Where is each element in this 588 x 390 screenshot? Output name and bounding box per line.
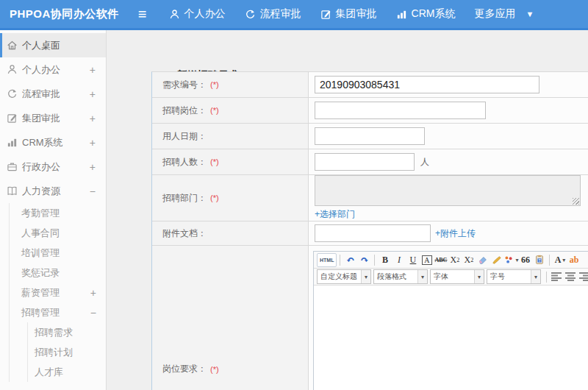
form-row-job-requirements: 岗位要求： (*) HTML ↶ ↷ B I U A [152,246,588,390]
html-source-button[interactable]: HTML [317,253,337,267]
sidebar-item-training-mgmt[interactable]: 培训管理 [10,243,106,263]
align-left-icon[interactable] [550,270,564,284]
attachment-input[interactable] [315,224,431,242]
hire-date-input[interactable] [315,127,425,145]
paragraph-format-select[interactable]: 段落格式 ▾ [373,269,428,284]
nav-more-apps[interactable]: 更多应用 ▼ [474,7,534,21]
sub-item-label: 招聘计划 [35,346,73,359]
field-label: 岗位要求： (*) [152,246,309,390]
hamburger-icon[interactable]: ≡ [138,7,147,21]
font-family-select[interactable]: 字体 ▾ [430,269,484,284]
field-value-cell [309,98,588,123]
sidebar-item-personal-office[interactable]: 个人办公 + [0,57,106,82]
caret-down-icon: ▾ [531,270,540,283]
sidebar-item-personal-desktop[interactable]: 个人桌面 [0,33,106,57]
undo-icon[interactable]: ↶ [343,253,357,267]
headcount-input[interactable] [315,153,415,171]
sub-item-label: 考勤管理 [21,207,60,220]
toolbar-separator [374,255,375,266]
expand-plus-icon[interactable]: + [90,137,96,149]
collapse-minus-icon[interactable]: − [90,307,96,319]
toolbar-separator [549,255,550,266]
app-logo: PHPOA协同办公软件 [10,7,119,21]
caret-down-icon[interactable]: ▼ [526,10,534,18]
sidebar-item-admin-office[interactable]: 行政办公 + [0,155,106,179]
nav-group-approval[interactable]: 集团审批 [320,7,377,21]
custom-heading-select[interactable]: 自定义标题 ▾ [317,269,371,284]
top-nav: 个人办公 流程审批 集团审批 CRM系统 更多应用 ▼ [169,7,534,21]
redo-icon[interactable]: ↷ [357,253,371,267]
position-input[interactable] [315,102,486,119]
sidebar-item-label: 人力资源 [22,185,60,198]
nav-personal-office[interactable]: 个人办公 [169,7,226,21]
sidebar-item-salary-mgmt[interactable]: 薪资管理 + [10,283,106,302]
caret-down-icon: ▾ [562,256,565,263]
edit-square-icon [320,9,331,20]
select-department-link[interactable]: +选择部门 [315,208,355,221]
sidebar-item-attendance-mgmt[interactable]: 考勤管理 [10,203,106,223]
sidebar: 个人桌面 个人办公 + 流程审批 + 集团审批 + CRM系统 + 行政办公 +… [0,30,107,390]
nav-crm-system[interactable]: CRM系统 [396,7,456,21]
italic-button[interactable]: I [392,253,406,267]
bold-button[interactable]: B [378,253,392,267]
collapse-minus-icon[interactable]: − [90,185,96,197]
sidebar-item-recruit-demand[interactable]: 招聘需求 [28,322,106,342]
user-icon [6,64,18,76]
expand-plus-icon[interactable]: + [90,113,96,124]
nav-workflow-approval[interactable]: 流程审批 [245,7,301,21]
font-color-button[interactable]: A▾ [553,253,567,267]
align-center-icon[interactable] [564,270,578,284]
bg-color-button[interactable]: ab [567,253,581,267]
field-label: 附件文档： [152,221,309,245]
sidebar-item-group-approval[interactable]: 集团审批 + [0,106,106,130]
unit-suffix: 人 [420,156,429,169]
label-text: 岗位要求： [162,363,207,375]
sidebar-item-human-resources[interactable]: 人力资源 − [0,179,106,203]
field-label: 招聘部门： (*) [152,175,309,221]
blockquote-button[interactable]: 66 [518,253,532,267]
sup-base: X [451,255,457,266]
paste-table-icon[interactable]: T [532,253,546,267]
align-right-icon[interactable] [578,270,588,284]
palette-icon[interactable]: ▾ [503,253,518,267]
sub-base: X [465,255,471,266]
required-mark: (*) [210,106,219,115]
subscript-button[interactable]: X2 [462,253,476,267]
form-row-department: 招聘部门： (*) +选择部门 [152,175,588,221]
sidebar-item-recruit-mgmt[interactable]: 招聘管理 − [10,302,106,322]
book-icon [6,185,18,197]
eraser-icon[interactable] [476,253,490,267]
select-value: 字体 [431,272,474,282]
label-text: 招聘部门： [162,192,207,205]
demand-number-input[interactable] [315,76,539,93]
strikethrough-button[interactable]: ABC [434,253,448,267]
form-row-headcount: 招聘人数： (*) 人 [152,149,588,175]
label-text: 招聘岗位： [162,104,207,117]
sidebar-item-crm-system[interactable]: CRM系统 + [0,130,106,155]
required-mark: (*) [210,80,219,89]
edit-square-icon [6,113,18,124]
font-size-select[interactable]: 字号 ▾ [487,269,541,284]
expand-plus-icon[interactable]: + [90,88,96,100]
recruit-demand-form: 需求编号： (*) 招聘岗位： (*) 用人日期： [151,71,588,390]
label-text: 招聘人数： [162,156,207,169]
expand-plus-icon[interactable]: + [90,161,96,173]
underline-button[interactable]: U [406,253,420,267]
sidebar-item-personnel-contract[interactable]: 人事合同 [10,223,106,243]
sub-item-label: 薪资管理 [21,286,60,299]
border-text-button[interactable]: A [420,253,434,267]
expand-plus-icon[interactable]: + [90,64,96,76]
select-value: 字号 [487,272,531,282]
sidebar-item-recruit-plan[interactable]: 招聘计划 [28,342,106,362]
label-text: 用人日期： [162,130,207,143]
superscript-button[interactable]: X2 [448,253,462,267]
department-textarea[interactable] [315,175,581,206]
brush-icon[interactable] [490,253,503,267]
editor-content-area[interactable] [314,286,588,390]
sidebar-item-talent-pool[interactable]: 人才库 [28,362,106,382]
sidebar-item-reward-punish-record[interactable]: 奖惩记录 [10,263,106,283]
expand-plus-icon[interactable]: + [90,287,96,299]
font-color-a: A [555,255,562,266]
sidebar-item-workflow-approval[interactable]: 流程审批 + [0,82,106,106]
attachment-upload-link[interactable]: +附件上传 [435,227,476,240]
